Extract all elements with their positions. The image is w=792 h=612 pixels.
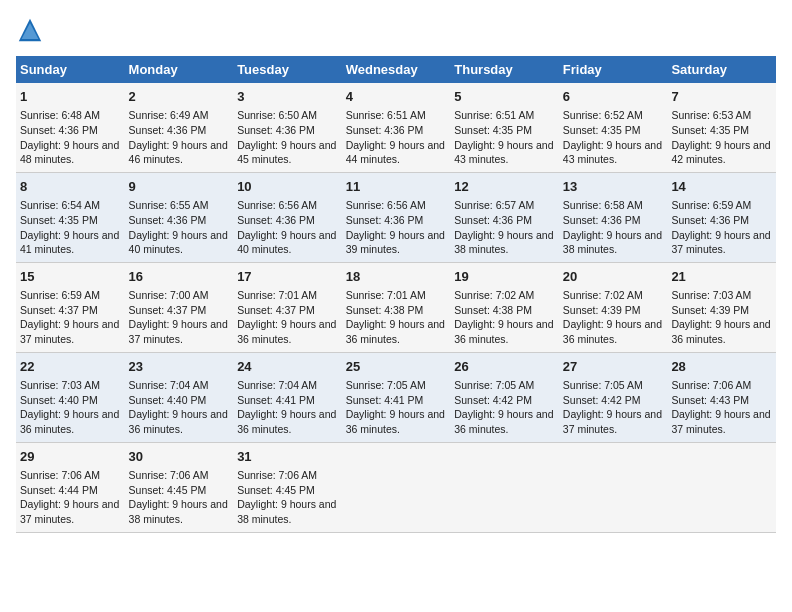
weekday-header-saturday: Saturday [667,56,776,83]
daylight: Daylight: 9 hours and 36 minutes. [346,318,445,345]
sunrise: Sunrise: 7:03 AM [20,379,100,391]
daylight: Daylight: 9 hours and 36 minutes. [454,408,553,435]
day-number: 4 [346,88,447,106]
calendar-cell: 14Sunrise: 6:59 AMSunset: 4:36 PMDayligh… [667,172,776,262]
day-number: 8 [20,178,121,196]
calendar-table: SundayMondayTuesdayWednesdayThursdayFrid… [16,56,776,533]
sunset: Sunset: 4:35 PM [563,124,641,136]
sunset: Sunset: 4:36 PM [454,214,532,226]
sunset: Sunset: 4:37 PM [20,304,98,316]
daylight: Daylight: 9 hours and 45 minutes. [237,139,336,166]
day-number: 21 [671,268,772,286]
sunset: Sunset: 4:36 PM [563,214,641,226]
weekday-header-friday: Friday [559,56,668,83]
calendar-cell: 2Sunrise: 6:49 AMSunset: 4:36 PMDaylight… [125,83,234,172]
calendar-cell: 31Sunrise: 7:06 AMSunset: 4:45 PMDayligh… [233,442,342,532]
sunset: Sunset: 4:36 PM [346,124,424,136]
sunrise: Sunrise: 6:49 AM [129,109,209,121]
calendar-cell: 6Sunrise: 6:52 AMSunset: 4:35 PMDaylight… [559,83,668,172]
daylight: Daylight: 9 hours and 38 minutes. [563,229,662,256]
sunrise: Sunrise: 6:50 AM [237,109,317,121]
day-number: 18 [346,268,447,286]
sunset: Sunset: 4:39 PM [563,304,641,316]
sunrise: Sunrise: 7:06 AM [671,379,751,391]
week-row-1: 1Sunrise: 6:48 AMSunset: 4:36 PMDaylight… [16,83,776,172]
calendar-cell: 27Sunrise: 7:05 AMSunset: 4:42 PMDayligh… [559,352,668,442]
sunrise: Sunrise: 7:05 AM [346,379,426,391]
sunrise: Sunrise: 7:04 AM [237,379,317,391]
sunset: Sunset: 4:37 PM [129,304,207,316]
daylight: Daylight: 9 hours and 36 minutes. [454,318,553,345]
sunset: Sunset: 4:44 PM [20,484,98,496]
sunset: Sunset: 4:41 PM [346,394,424,406]
calendar-cell: 19Sunrise: 7:02 AMSunset: 4:38 PMDayligh… [450,262,559,352]
calendar-cell [450,442,559,532]
day-number: 1 [20,88,121,106]
sunrise: Sunrise: 6:59 AM [20,289,100,301]
calendar-body: 1Sunrise: 6:48 AMSunset: 4:36 PMDaylight… [16,83,776,532]
sunrise: Sunrise: 7:02 AM [563,289,643,301]
weekday-header-sunday: Sunday [16,56,125,83]
sunset: Sunset: 4:35 PM [454,124,532,136]
sunset: Sunset: 4:39 PM [671,304,749,316]
daylight: Daylight: 9 hours and 40 minutes. [129,229,228,256]
day-number: 20 [563,268,664,286]
sunrise: Sunrise: 7:05 AM [563,379,643,391]
sunset: Sunset: 4:36 PM [671,214,749,226]
sunset: Sunset: 4:36 PM [237,124,315,136]
sunset: Sunset: 4:38 PM [346,304,424,316]
calendar-header: SundayMondayTuesdayWednesdayThursdayFrid… [16,56,776,83]
sunrise: Sunrise: 6:54 AM [20,199,100,211]
daylight: Daylight: 9 hours and 40 minutes. [237,229,336,256]
daylight: Daylight: 9 hours and 36 minutes. [20,408,119,435]
calendar-cell: 5Sunrise: 6:51 AMSunset: 4:35 PMDaylight… [450,83,559,172]
sunrise: Sunrise: 7:06 AM [129,469,209,481]
calendar-cell [559,442,668,532]
sunrise: Sunrise: 6:58 AM [563,199,643,211]
sunset: Sunset: 4:35 PM [671,124,749,136]
daylight: Daylight: 9 hours and 43 minutes. [454,139,553,166]
week-row-4: 22Sunrise: 7:03 AMSunset: 4:40 PMDayligh… [16,352,776,442]
daylight: Daylight: 9 hours and 36 minutes. [237,408,336,435]
calendar-cell: 24Sunrise: 7:04 AMSunset: 4:41 PMDayligh… [233,352,342,442]
daylight: Daylight: 9 hours and 37 minutes. [20,318,119,345]
daylight: Daylight: 9 hours and 38 minutes. [454,229,553,256]
daylight: Daylight: 9 hours and 43 minutes. [563,139,662,166]
sunset: Sunset: 4:36 PM [237,214,315,226]
calendar-cell: 13Sunrise: 6:58 AMSunset: 4:36 PMDayligh… [559,172,668,262]
daylight: Daylight: 9 hours and 37 minutes. [671,229,770,256]
sunset: Sunset: 4:45 PM [237,484,315,496]
calendar-cell: 17Sunrise: 7:01 AMSunset: 4:37 PMDayligh… [233,262,342,352]
sunset: Sunset: 4:42 PM [454,394,532,406]
weekday-header-wednesday: Wednesday [342,56,451,83]
day-number: 5 [454,88,555,106]
day-number: 9 [129,178,230,196]
weekday-header-tuesday: Tuesday [233,56,342,83]
week-row-2: 8Sunrise: 6:54 AMSunset: 4:35 PMDaylight… [16,172,776,262]
weekday-header-monday: Monday [125,56,234,83]
sunrise: Sunrise: 6:56 AM [237,199,317,211]
day-number: 16 [129,268,230,286]
sunrise: Sunrise: 6:53 AM [671,109,751,121]
sunset: Sunset: 4:42 PM [563,394,641,406]
day-number: 15 [20,268,121,286]
day-number: 24 [237,358,338,376]
sunrise: Sunrise: 7:06 AM [20,469,100,481]
sunrise: Sunrise: 7:01 AM [237,289,317,301]
sunrise: Sunrise: 6:51 AM [346,109,426,121]
day-number: 23 [129,358,230,376]
sunset: Sunset: 4:37 PM [237,304,315,316]
day-number: 13 [563,178,664,196]
week-row-5: 29Sunrise: 7:06 AMSunset: 4:44 PMDayligh… [16,442,776,532]
calendar-cell: 1Sunrise: 6:48 AMSunset: 4:36 PMDaylight… [16,83,125,172]
sunrise: Sunrise: 6:59 AM [671,199,751,211]
page-header [16,16,776,44]
logo-icon [16,16,44,44]
daylight: Daylight: 9 hours and 41 minutes. [20,229,119,256]
daylight: Daylight: 9 hours and 36 minutes. [671,318,770,345]
calendar-cell: 30Sunrise: 7:06 AMSunset: 4:45 PMDayligh… [125,442,234,532]
sunset: Sunset: 4:36 PM [129,214,207,226]
sunset: Sunset: 4:36 PM [346,214,424,226]
weekday-header-thursday: Thursday [450,56,559,83]
calendar-cell: 25Sunrise: 7:05 AMSunset: 4:41 PMDayligh… [342,352,451,442]
